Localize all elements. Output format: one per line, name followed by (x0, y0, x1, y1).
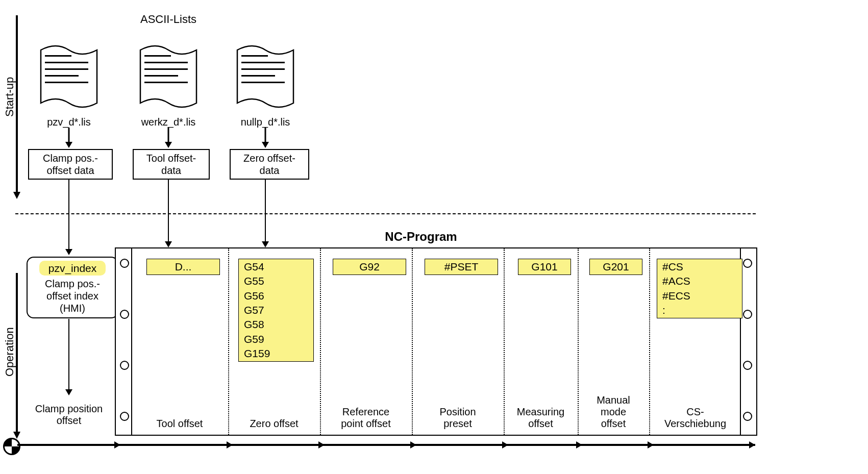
code-pset: #PSET (425, 259, 498, 275)
svg-marker-15 (262, 241, 269, 247)
file-icon-tool (135, 41, 202, 112)
filename-tool: werkz_d*.lis (130, 116, 207, 128)
svg-marker-13 (165, 241, 172, 247)
svg-marker-11 (65, 249, 72, 255)
svg-marker-5 (65, 142, 72, 148)
code-ref: G92 (333, 259, 406, 275)
punch-hole-icon (120, 259, 129, 268)
code-tool: D... (146, 259, 220, 275)
code-cs: #CS #ACS #ECS : (657, 259, 742, 318)
box-zero-data: Zero offset- data (230, 149, 309, 180)
axis-startup-arrow (13, 15, 20, 199)
origin-icon (3, 438, 20, 455)
ascii-lists-label: ASCII-Lists (128, 13, 209, 26)
arrow-icon (65, 128, 72, 148)
svg-marker-17 (65, 389, 72, 395)
caption-pset: Position preset (412, 406, 504, 430)
punch-hole-icon (120, 361, 129, 370)
arrow-icon (165, 179, 172, 247)
punch-hole-icon (743, 310, 752, 319)
caption-cs: CS- Verschiebung (651, 406, 740, 430)
svg-marker-9 (262, 142, 269, 148)
timeline (17, 444, 755, 446)
separator-line (15, 213, 756, 214)
caption-clamp-offset: Clamp position offset (23, 403, 115, 427)
punch-hole-icon (743, 412, 752, 421)
svg-marker-7 (165, 142, 172, 148)
filename-pzv: pzv_d*.lis (36, 116, 102, 128)
hmi-box: pzv_index Clamp pos.- offset index (HMI) (27, 257, 118, 318)
code-meas: G101 (518, 259, 571, 275)
box-tool-data: Tool offset- data (133, 149, 210, 180)
punch-hole-icon (743, 361, 752, 370)
caption-tool: Tool offset (134, 418, 226, 430)
arrow-icon (65, 319, 72, 395)
file-icon-pzv (36, 41, 102, 112)
caption-meas: Measuring offset (504, 406, 578, 430)
pzv-index: pzv_index (39, 261, 106, 276)
hmi-caption: Clamp pos.- offset index (HMI) (32, 278, 113, 314)
caption-man: Manual mode offset (578, 394, 649, 430)
file-icon-zero (232, 41, 299, 112)
svg-marker-1 (13, 192, 20, 199)
punch-hole-icon (120, 310, 129, 319)
arrow-icon (165, 128, 172, 148)
code-man: G201 (589, 259, 642, 275)
caption-zero: Zero offset (228, 418, 320, 430)
caption-ref: Reference point offset (320, 406, 412, 430)
arrow-icon (65, 179, 72, 255)
nc-program-panel: D... Tool offset G54 G55 G56 G57 G58 G59… (115, 247, 757, 436)
code-zero: G54 G55 G56 G57 G58 G59 G159 (238, 259, 314, 362)
arrow-icon (262, 128, 269, 148)
arrow-icon (262, 179, 269, 247)
punch-hole-icon (120, 412, 129, 421)
box-clamp-data: Clamp pos.- offset data (28, 149, 113, 180)
axis-operation-arrow (13, 273, 20, 439)
nc-program-label: NC-Program (357, 230, 485, 244)
punch-hole-icon (743, 259, 752, 268)
filename-zero: nullp_d*.lis (230, 116, 301, 128)
